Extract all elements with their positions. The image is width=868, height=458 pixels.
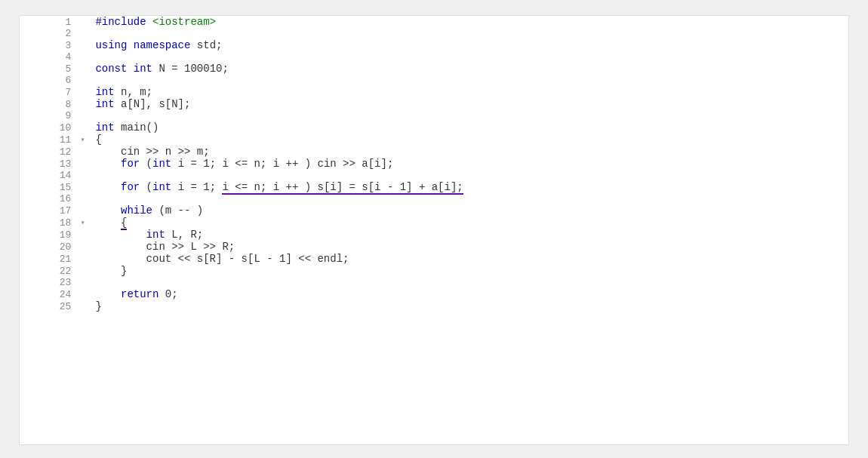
line-number: 2 <box>20 28 80 39</box>
line-content <box>91 110 848 121</box>
fold-indicator <box>80 121 91 134</box>
table-row: 1#include <iostream> <box>20 16 848 28</box>
line-content <box>91 170 848 181</box>
table-row: 3using namespace std; <box>20 39 848 51</box>
fold-indicator <box>80 98 91 110</box>
line-number: 15 <box>20 181 80 193</box>
table-row: 21 cout << s[R] - s[L - 1] << endl; <box>20 253 848 265</box>
table-row: 24 return 0; <box>20 288 848 300</box>
fold-indicator <box>80 253 91 265</box>
table-row: 5const int N = 100010; <box>20 63 848 75</box>
line-number: 9 <box>20 110 80 121</box>
line-number: 4 <box>20 51 80 63</box>
table-row: 12 cin >> n >> m; <box>20 146 848 158</box>
fold-indicator <box>80 288 91 300</box>
line-number: 6 <box>20 75 80 86</box>
table-row: 10int main() <box>20 121 848 134</box>
fold-indicator <box>80 39 91 51</box>
table-row: 19 int L, R; <box>20 229 848 241</box>
fold-indicator[interactable]: ▾ <box>80 134 91 146</box>
line-number: 5 <box>20 63 80 75</box>
line-content <box>91 28 848 39</box>
line-number: 20 <box>20 241 80 253</box>
table-row: 16 <box>20 193 848 204</box>
line-content <box>91 277 848 288</box>
table-row: 15 for (int i = 1; i <= n; i ++ ) s[i] =… <box>20 181 848 193</box>
line-content: } <box>91 300 848 312</box>
line-content: using namespace std; <box>91 39 848 51</box>
line-number: 14 <box>20 170 80 181</box>
line-content: cout << s[R] - s[L - 1] << endl; <box>91 253 848 265</box>
fold-indicator <box>80 86 91 98</box>
fold-indicator <box>80 110 91 121</box>
fold-indicator <box>80 146 91 158</box>
code-viewer: 1#include <iostream>23using namespace st… <box>19 15 849 445</box>
fold-indicator <box>80 28 91 39</box>
table-row: 9 <box>20 110 848 121</box>
table-row: 17 while (m -- ) <box>20 204 848 217</box>
line-number: 24 <box>20 288 80 300</box>
line-number: 3 <box>20 39 80 51</box>
line-content: for (int i = 1; i <= n; i ++ ) s[i] = s[… <box>91 181 848 193</box>
table-row: 8int a[N], s[N]; <box>20 98 848 110</box>
line-number: 25 <box>20 300 80 312</box>
line-content <box>91 51 848 63</box>
fold-indicator <box>80 193 91 204</box>
line-content: const int N = 100010; <box>91 63 848 75</box>
line-number: 21 <box>20 253 80 265</box>
fold-indicator <box>80 170 91 181</box>
fold-indicator <box>80 51 91 63</box>
line-content: { <box>91 217 848 229</box>
fold-indicator <box>80 265 91 277</box>
table-row: 11▾{ <box>20 134 848 146</box>
line-content: } <box>91 265 848 277</box>
fold-indicator <box>80 63 91 75</box>
fold-indicator <box>80 277 91 288</box>
fold-indicator <box>80 300 91 312</box>
line-number: 1 <box>20 16 80 28</box>
table-row: 7int n, m; <box>20 86 848 98</box>
line-number: 18 <box>20 217 80 229</box>
line-content: int a[N], s[N]; <box>91 98 848 110</box>
line-number: 11 <box>20 134 80 146</box>
table-row: 23 <box>20 277 848 288</box>
line-number: 23 <box>20 277 80 288</box>
table-row: 25} <box>20 300 848 312</box>
line-content: while (m -- ) <box>91 204 848 217</box>
line-number: 13 <box>20 158 80 170</box>
line-content: for (int i = 1; i <= n; i ++ ) cin >> a[… <box>91 158 848 170</box>
line-content: cin >> n >> m; <box>91 146 848 158</box>
line-number: 19 <box>20 229 80 241</box>
line-number: 16 <box>20 193 80 204</box>
line-content <box>91 75 848 86</box>
table-row: 22 } <box>20 265 848 277</box>
line-number: 12 <box>20 146 80 158</box>
fold-indicator <box>80 229 91 241</box>
fold-indicator <box>80 241 91 253</box>
line-content: #include <iostream> <box>91 16 848 28</box>
code-table: 1#include <iostream>23using namespace st… <box>20 16 848 312</box>
table-row: 18▾ { <box>20 217 848 229</box>
table-row: 4 <box>20 51 848 63</box>
fold-indicator <box>80 158 91 170</box>
line-content: cin >> L >> R; <box>91 241 848 253</box>
line-number: 17 <box>20 204 80 217</box>
fold-indicator <box>80 181 91 193</box>
fold-indicator <box>80 204 91 217</box>
fold-indicator <box>80 75 91 86</box>
line-number: 22 <box>20 265 80 277</box>
line-content: int L, R; <box>91 229 848 241</box>
table-row: 2 <box>20 28 848 39</box>
line-content <box>91 193 848 204</box>
line-number: 10 <box>20 121 80 134</box>
table-row: 14 <box>20 170 848 181</box>
table-row: 13 for (int i = 1; i <= n; i ++ ) cin >>… <box>20 158 848 170</box>
line-content: { <box>91 134 848 146</box>
fold-indicator <box>80 16 91 28</box>
fold-indicator[interactable]: ▾ <box>80 217 91 229</box>
table-row: 6 <box>20 75 848 86</box>
line-number: 8 <box>20 98 80 110</box>
line-content: int n, m; <box>91 86 848 98</box>
line-content: int main() <box>91 121 848 134</box>
table-row: 20 cin >> L >> R; <box>20 241 848 253</box>
